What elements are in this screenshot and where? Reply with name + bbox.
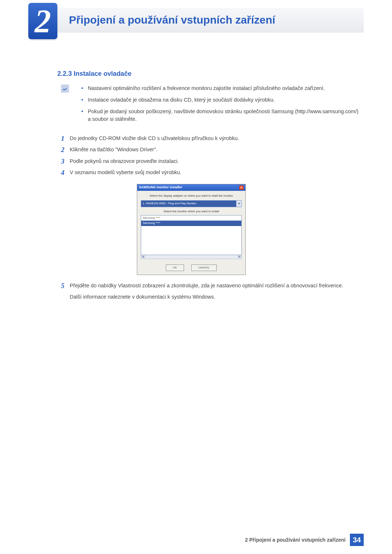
step-item: 1 Do jednotky CD-ROM vložte disk CD s už…: [61, 134, 361, 142]
section-title: Instalace ovladače: [74, 70, 131, 77]
step-item: 4 V seznamu modelů vyberte svůj model vý…: [61, 168, 361, 275]
note-item: Pokud je dodaný soubor poškozený, navšti…: [81, 108, 361, 124]
monitor-listbox[interactable]: Samsung **** Samsung ****: [141, 215, 242, 255]
installer-titlebar: SAMSUNG monitor installer ×: [137, 184, 245, 191]
step-number: 3: [61, 156, 65, 167]
installer-window: SAMSUNG monitor installer × Select the d…: [137, 184, 246, 275]
step-text: Přejděte do nabídky Vlastnosti zobrazení…: [70, 283, 343, 288]
scroll-left-icon[interactable]: [141, 255, 145, 258]
note-icon: [61, 85, 69, 93]
cancel-button[interactable]: CANCEL: [191, 264, 217, 271]
note-item: Nastavení optimálního rozlišení a frekve…: [81, 85, 361, 93]
scroll-right-icon[interactable]: [237, 255, 241, 258]
step-text: Podle pokynů na obrazovce proveďte insta…: [70, 158, 179, 164]
step-item: 2 Klikněte na tlačítko "Windows Driver".: [61, 145, 361, 153]
installer-title: SAMSUNG monitor installer: [139, 185, 182, 190]
list-item[interactable]: Samsung ****: [141, 216, 241, 221]
step-number: 4: [61, 167, 65, 178]
note-list: Nastavení optimálního rozlišení a frekve…: [81, 85, 361, 123]
step-number: 5: [61, 280, 65, 291]
adapter-dropdown[interactable]: 1. RADEON 9550 : Plug and Play Monitor: [141, 200, 242, 207]
note-item: Instalace ovladače je obsažena na disku …: [81, 96, 361, 104]
close-icon[interactable]: ×: [239, 185, 244, 190]
footer-chapter-title: 2 Připojení a používání vstupních zaříze…: [245, 537, 346, 543]
section-number: 2.2.3: [57, 70, 72, 77]
installer-screenshot: SAMSUNG monitor installer × Select the d…: [137, 184, 361, 275]
adapter-label: Select the display adapter on which you …: [141, 194, 242, 198]
monitor-label: Select the monitor which you want to ins…: [141, 209, 242, 214]
step-number: 1: [61, 133, 65, 144]
installer-buttons: OK CANCEL: [141, 259, 242, 271]
page-footer: 2 Připojení a používání vstupních zaříze…: [28, 534, 364, 546]
step-text: V seznamu modelů vyberte svůj model výro…: [70, 169, 181, 175]
chapter-title: Připojení a používání vstupních zařízení: [69, 14, 275, 26]
chapter-badge: 2: [28, 3, 57, 39]
step-item: 5 Přejděte do nabídky Vlastnosti zobraze…: [61, 282, 361, 301]
steps-list: 1 Do jednotky CD-ROM vložte disk CD s už…: [61, 134, 361, 304]
section-heading: 2.2.3 Instalace ovladače: [57, 70, 131, 78]
page-number: 34: [350, 534, 364, 546]
step-item: 3 Podle pokynů na obrazovce proveďte ins…: [61, 157, 361, 165]
adapter-value: 1. RADEON 9550 : Plug and Play Monitor: [141, 201, 236, 206]
chapter-number: 2: [35, 3, 51, 40]
step-text: Klikněte na tlačítko "Windows Driver".: [70, 147, 158, 152]
step-number: 2: [61, 144, 65, 155]
note-block: Nastavení optimálního rozlišení a frekve…: [61, 85, 361, 127]
installer-body: Select the display adapter on which you …: [137, 191, 245, 275]
horizontal-scrollbar[interactable]: [141, 255, 242, 259]
chevron-down-icon[interactable]: [236, 201, 241, 206]
ok-button[interactable]: OK: [166, 264, 184, 271]
step-text: Do jednotky CD-ROM vložte disk CD s uživ…: [70, 135, 239, 141]
step-extra-text: Další informace naleznete v dokumentaci …: [70, 294, 215, 300]
list-item[interactable]: Samsung ****: [141, 221, 241, 226]
